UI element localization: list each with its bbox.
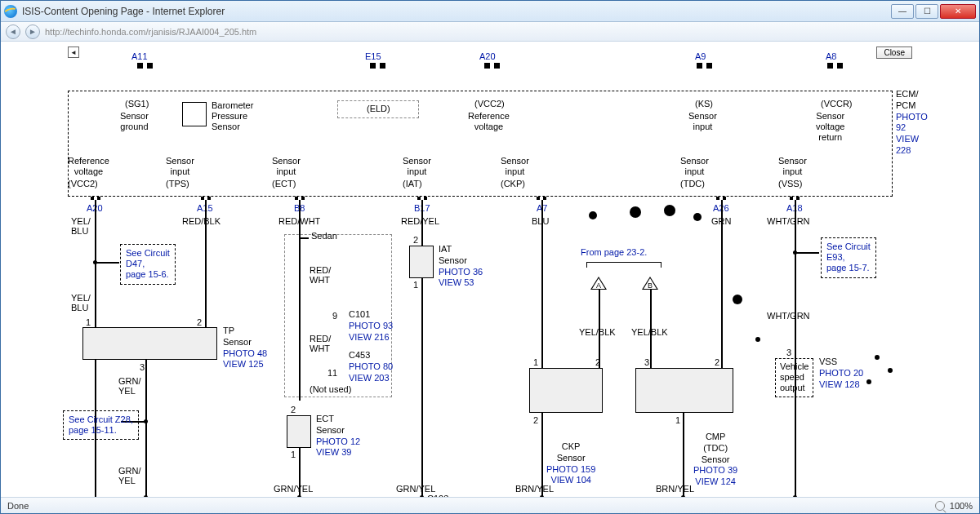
tp-sensor xyxy=(82,327,217,360)
pin-a9: A9 xyxy=(695,51,706,61)
pin-a8: A8 xyxy=(826,51,836,61)
zoom-icon xyxy=(935,501,945,511)
pin-a20t: A20 xyxy=(479,51,496,61)
nav-first-button[interactable]: ◄ xyxy=(68,47,79,58)
see-circuit-z28[interactable]: See Circuit Z28, page 15-11. xyxy=(63,410,139,440)
url-text[interactable]: http://techinfo.honda.com/rjanisis/RJAAI… xyxy=(45,27,974,37)
see-circuit-d47[interactable]: See Circuit D47, page 15-6. xyxy=(120,244,176,285)
forward-button[interactable]: ► xyxy=(25,24,40,39)
ie-window: ISIS-Content Opening Page - Internet Exp… xyxy=(0,0,980,514)
pin-e15: E15 xyxy=(365,51,381,61)
address-bar: ◄ ► http://techinfo.honda.com/rjanisis/R… xyxy=(1,22,979,42)
maximize-button[interactable]: ☐ xyxy=(915,4,938,19)
close-window-button[interactable]: ✕ xyxy=(940,4,976,19)
pin-a11: A11 xyxy=(131,51,148,61)
minimize-button[interactable]: — xyxy=(891,4,914,19)
back-button[interactable]: ◄ xyxy=(6,24,20,39)
vss-box: Vehicle speed output xyxy=(775,358,813,397)
cmp-sensor xyxy=(635,368,733,413)
brace xyxy=(586,262,662,268)
wiring-diagram: ECM/ PCM PHOTO 92 VIEW 228 A11 (SG1) Sen… xyxy=(68,66,914,497)
ect-sensor-label: ECT SensorPHOTO 12VIEW 39 xyxy=(316,414,360,459)
ckp-sensor xyxy=(529,368,603,413)
ckp-sensor-label: CKP SensorPHOTO 159VIEW 104 xyxy=(546,441,595,486)
c453-label: C453PHOTO 80VIEW 203 xyxy=(349,350,393,383)
ect-sensor xyxy=(287,415,311,448)
iat-sensor xyxy=(409,246,434,278)
status-text: Done xyxy=(7,501,29,511)
zoom-level: 100% xyxy=(950,501,973,511)
dot-icon xyxy=(589,211,597,219)
titlebar: ISIS-Content Opening Page - Internet Exp… xyxy=(1,1,979,22)
window-title: ISIS-Content Opening Page - Internet Exp… xyxy=(22,6,225,17)
ie-icon xyxy=(4,5,17,18)
ecm-label: ECM/ PCM PHOTO 92 VIEW 228 xyxy=(896,89,928,157)
page-close-button[interactable]: Close xyxy=(876,47,912,59)
from-page-ref[interactable]: From page 23-2. xyxy=(581,247,647,257)
pin xyxy=(137,63,143,69)
status-bar: Done 100% xyxy=(1,497,979,513)
cmp-sensor-label: CMP (TDC) SensorPHOTO 39VIEW 124 xyxy=(693,432,737,488)
see-circuit-e93[interactable]: See Circuit E93, page 15-7. xyxy=(821,237,876,278)
content-area: ◄ Close ECM/ PCM PHOTO 92 VIEW 228 A11 (… xyxy=(1,42,979,497)
vss-label: VSSPHOTO 20VIEW 128 xyxy=(819,357,863,390)
barometer-sensor-box xyxy=(182,102,207,126)
c101-label: C101PHOTO 93VIEW 216 xyxy=(349,309,393,343)
iat-sensor-label: IAT SensorPHOTO 36VIEW 53 xyxy=(439,244,483,289)
zoom-control[interactable]: 100% xyxy=(935,501,973,511)
tp-sensor-label: TP Sensor PHOTO 48 VIEW 125 xyxy=(223,326,267,370)
